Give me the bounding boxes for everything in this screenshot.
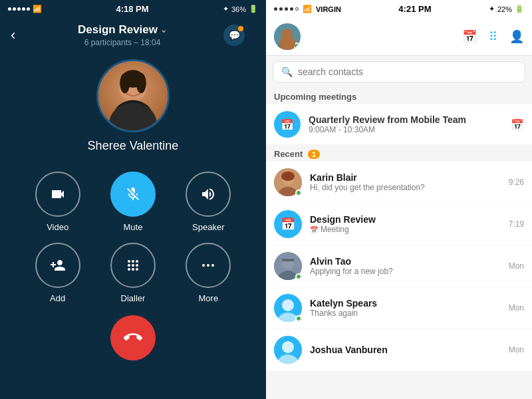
contacts-panel: 📶 VIRGIN 4:21 PM ✦ 22% 🔋 📅 ⠿ 👤 🔍	[266, 0, 532, 399]
avatar-face	[98, 61, 168, 130]
more-label: More	[199, 293, 219, 303]
svg-point-3	[113, 100, 154, 132]
dialler-button[interactable]: Dialler	[110, 243, 156, 303]
video-label: Video	[47, 222, 68, 232]
chat-button[interactable]: 💬	[223, 25, 245, 46]
contact-item-joshua[interactable]: Joshua Vanburen Mon	[266, 329, 532, 370]
cs-bluetooth-icon: ✦	[489, 5, 495, 13]
meeting-calendar-icon: 📅	[511, 118, 524, 131]
call-header: ‹ Design Review ⌄ 6 participants – 18:04…	[0, 18, 266, 53]
end-call-button[interactable]	[110, 315, 156, 360]
svg-point-14	[132, 268, 134, 271]
chat-badge	[238, 26, 243, 31]
upcoming-section-label: Upcoming meetings	[266, 88, 532, 104]
svg-point-7	[128, 260, 130, 263]
signal-dot-1	[8, 7, 11, 11]
call-title: Design Review ⌄	[11, 23, 234, 37]
svg-point-18	[211, 264, 214, 267]
svg-point-5	[120, 73, 130, 93]
caller-avatar	[96, 59, 170, 132]
cs-dot-3	[285, 7, 288, 11]
joshua-time: Mon	[509, 345, 524, 354]
call-status-bar: 📶 4:18 PM ✦ 36% 🔋	[0, 0, 266, 18]
search-icon: 🔍	[281, 66, 293, 77]
call-title-area: Design Review ⌄ 6 participants – 18:04	[11, 23, 234, 47]
svg-point-17	[207, 264, 209, 267]
mute-label: Mute	[124, 222, 143, 232]
katelyn-msg: Thanks again	[310, 309, 501, 318]
calendar-icon[interactable]: 📅	[462, 29, 477, 44]
cs-dot-2	[279, 7, 283, 11]
back-button[interactable]: ‹	[11, 27, 15, 44]
speaker-circle	[186, 172, 231, 217]
controls-row-1: Video Mute Speaker	[20, 172, 246, 232]
joshua-avatar	[274, 336, 302, 364]
more-button[interactable]: More	[186, 243, 231, 303]
svg-point-11	[132, 264, 134, 267]
svg-point-10	[128, 264, 130, 267]
svg-rect-29	[282, 259, 294, 261]
design-name: Design Review	[310, 214, 501, 225]
svg-point-20	[282, 29, 293, 39]
meeting-text: Quarterly Review from Mobile Team 9:00AM…	[309, 114, 503, 134]
alvin-avatar	[274, 252, 302, 280]
signal-dots	[8, 7, 30, 11]
svg-point-12	[136, 264, 138, 267]
contacts-icon[interactable]: 👤	[509, 29, 524, 44]
user-avatar[interactable]	[274, 23, 301, 50]
cs-carrier: VIRGIN	[316, 5, 341, 13]
katelyn-info: Katelyn Spears Thanks again	[310, 298, 501, 318]
contact-item-katelyn[interactable]: Katelyn Spears Thanks again Mon	[266, 287, 532, 329]
alvin-online-dot	[295, 273, 302, 280]
design-time: 7:19	[509, 219, 524, 229]
joshua-info: Joshua Vanburen	[310, 344, 501, 355]
video-button[interactable]: Video	[35, 172, 80, 232]
recent-section-label: Recent 1	[266, 145, 532, 162]
search-input[interactable]	[298, 66, 517, 77]
signal-area: 📶 VIRGIN	[274, 5, 341, 13]
end-call-icon	[124, 329, 142, 347]
call-title-text: Design Review	[78, 23, 158, 37]
signal-dot-5	[27, 7, 30, 11]
alvin-time: Mon	[509, 261, 524, 271]
cs-time: 4:21 PM	[398, 4, 431, 14]
cs-wifi-icon: 📶	[303, 5, 312, 13]
karin-info: Karin Blair Hi, did you get the presenta…	[310, 172, 501, 192]
call-panel: 📶 4:18 PM ✦ 36% 🔋 ‹ Design Review ⌄ 6 pa…	[0, 0, 266, 399]
contact-item-karin[interactable]: Karin Blair Hi, did you get the presenta…	[266, 162, 532, 203]
cs-dot-5	[295, 7, 299, 11]
cs-battery: 22%	[497, 5, 512, 13]
contact-item-design[interactable]: 📅 Design Review 📅 Meeting 7:19	[266, 203, 532, 245]
meeting-item[interactable]: 📅 Quarterly Review from Mobile Team 9:00…	[266, 104, 532, 144]
contacts-status-bar: 📶 VIRGIN 4:21 PM ✦ 22% 🔋	[266, 0, 532, 18]
dropdown-chevron-icon: ⌄	[160, 25, 167, 35]
design-info: Design Review 📅 Meeting	[310, 214, 501, 234]
online-status-dot	[293, 43, 300, 49]
signal-dot-3	[17, 7, 21, 11]
video-icon	[50, 186, 66, 202]
alvin-info: Alvin Tao Applying for a new job?	[310, 256, 501, 276]
dialler-label: Dialler	[121, 293, 146, 303]
search-bar: 🔍	[273, 61, 525, 82]
svg-point-8	[132, 260, 134, 263]
svg-point-31	[282, 299, 294, 311]
katelyn-time: Mon	[509, 303, 524, 313]
wifi-icon: 📶	[33, 5, 42, 13]
svg-point-13	[128, 268, 130, 271]
design-avatar: 📅	[274, 210, 302, 238]
contacts-header: 📅 ⠿ 👤	[266, 18, 532, 56]
more-icon	[200, 257, 216, 273]
contact-item-alvin[interactable]: Alvin Tao Applying for a new job? Mon	[266, 245, 532, 287]
mute-button[interactable]: Mute	[110, 172, 156, 232]
karin-msg: Hi, did you get the presentation?	[310, 183, 501, 192]
caller-name: Sheree Valentine	[88, 139, 179, 153]
speaker-button[interactable]: Speaker	[186, 172, 231, 232]
controls-row-2: Add Dialler More	[20, 243, 246, 303]
karin-time: 9:26	[509, 178, 524, 187]
svg-point-21	[278, 41, 297, 50]
add-button[interactable]: Add	[35, 243, 80, 303]
chat-icon: 💬	[229, 30, 240, 41]
grid-icon[interactable]: ⠿	[489, 29, 497, 44]
mute-icon	[125, 186, 141, 202]
add-label: Add	[50, 293, 65, 303]
